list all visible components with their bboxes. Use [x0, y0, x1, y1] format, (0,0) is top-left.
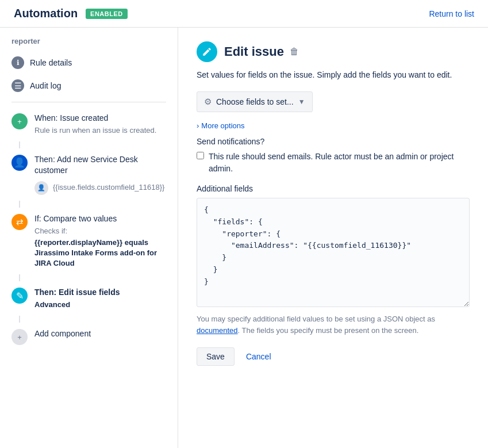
step-content-edit: Then: Edit issue fields Advanced [34, 287, 166, 310]
main-layout: reporter ℹ Rule details ☰ Audit log + Wh… [0, 28, 488, 448]
sidebar-divider [11, 102, 166, 102]
sidebar-item-rule-details[interactable]: ℹ Rule details [0, 51, 178, 74]
send-emails-checkbox-row: This rule should send emails. Rule actor… [197, 151, 470, 175]
additional-fields-label: Additional fields [197, 184, 470, 193]
action-buttons: Save Cancel [197, 347, 470, 366]
sidebar-rule-details-label: Rule details [30, 58, 72, 67]
main-content: Edit issue 🗑 Set values for fields on th… [178, 28, 488, 448]
step-title-when: When: Issue created [34, 113, 166, 124]
step-title-compare: If: Compare two values [34, 213, 166, 225]
step-icon-gray-plus: + [11, 329, 28, 345]
choose-fields-label: Choose fields to set... [216, 97, 294, 106]
enabled-badge: ENABLED [86, 9, 128, 19]
sidebar-section-title: reporter [0, 37, 178, 51]
sidebar-audit-log-label: Audit log [30, 81, 61, 90]
cancel-button[interactable]: Cancel [240, 347, 277, 366]
step-when-issue-created[interactable]: + When: Issue created Rule is run when a… [0, 107, 178, 141]
send-notifications-label: Send notifications? [197, 137, 470, 146]
send-emails-checkbox-label: This rule should send emails. Rule actor… [209, 151, 470, 175]
edit-issue-title: Edit issue [224, 44, 284, 59]
step-icon-green-plus: + [11, 113, 28, 129]
step-then-edit-fields[interactable]: ✎ Then: Edit issue fields Advanced [0, 281, 178, 316]
gear-icon: ⚙ [204, 97, 212, 107]
info-icon: ℹ [11, 56, 24, 69]
app-container: Automation ENABLED Return to list report… [0, 0, 488, 448]
step-content-add: Add component [34, 328, 166, 340]
chevron-right-icon: › [197, 121, 199, 130]
send-emails-checkbox[interactable] [197, 152, 204, 159]
step-icon-blue-person: 👤 [11, 155, 28, 171]
choose-fields-button[interactable]: ⚙ Choose fields to set... ▼ [197, 91, 313, 112]
step-add-component[interactable]: + Add component [0, 323, 178, 351]
step-then-add-customer[interactable]: 👤 Then: Add new Service Desk customer 👤 … [0, 148, 178, 201]
save-button[interactable]: Save [197, 347, 235, 366]
step-subtitle-edit: Advanced [34, 300, 166, 310]
step-if-compare[interactable]: ⇄ If: Compare two values Checks if: {{re… [0, 208, 178, 274]
step-connector-3 [19, 274, 20, 281]
helper-text: You may specify additional field values … [197, 313, 470, 336]
customer-avatar: 👤 [34, 181, 48, 195]
header: Automation ENABLED Return to list [0, 0, 488, 28]
helper-text-after: . The fields you specify must be present… [238, 326, 419, 335]
step-icon-orange-compare: ⇄ [11, 214, 28, 230]
step-title-add: Add component [34, 328, 166, 340]
audit-log-icon: ☰ [11, 79, 24, 92]
step-content-customer: Then: Add new Service Desk customer 👤 {{… [34, 154, 166, 195]
helper-text-before: You may specify additional field values … [197, 315, 435, 323]
edit-issue-icon [197, 41, 217, 62]
step-subtitle-compare-1: Checks if: [34, 226, 166, 236]
step-subtitle-compare-2: {{reporter.displayName}} equals Jirassim… [34, 238, 166, 269]
app-title: Automation [14, 7, 78, 20]
sidebar: reporter ℹ Rule details ☰ Audit log + Wh… [0, 28, 178, 448]
step-title-customer: Then: Add new Service Desk customer [34, 154, 166, 177]
step-subtitle-customer: {{issue.fields.customfield_11618}} [53, 182, 164, 193]
step-content-compare: If: Compare two values Checks if: {{repo… [34, 213, 166, 269]
step-title-edit: Then: Edit issue fields [34, 287, 166, 298]
step-subtitle-when: Rule is run when an issue is created. [34, 125, 166, 136]
step-icon-teal-edit: ✎ [11, 288, 28, 304]
step-connector-4 [19, 316, 20, 323]
step-connector-1 [19, 141, 20, 148]
edit-issue-header: Edit issue 🗑 [197, 41, 470, 62]
more-options-toggle[interactable]: › More options [197, 121, 470, 130]
more-options-label: More options [201, 121, 244, 130]
edit-issue-description: Set values for fields on the issue. Simp… [197, 69, 470, 81]
json-textarea[interactable]: { "fields": { "reporter": { "emailAddres… [197, 198, 470, 307]
documented-link[interactable]: documented [197, 326, 238, 335]
sidebar-item-audit-log[interactable]: ☰ Audit log [0, 74, 178, 97]
delete-icon[interactable]: 🗑 [290, 47, 299, 57]
step-connector-2 [19, 201, 20, 208]
step-content-when: When: Issue created Rule is run when an … [34, 113, 166, 136]
chevron-down-icon: ▼ [298, 98, 305, 106]
return-to-list-link[interactable]: Return to list [429, 9, 474, 18]
